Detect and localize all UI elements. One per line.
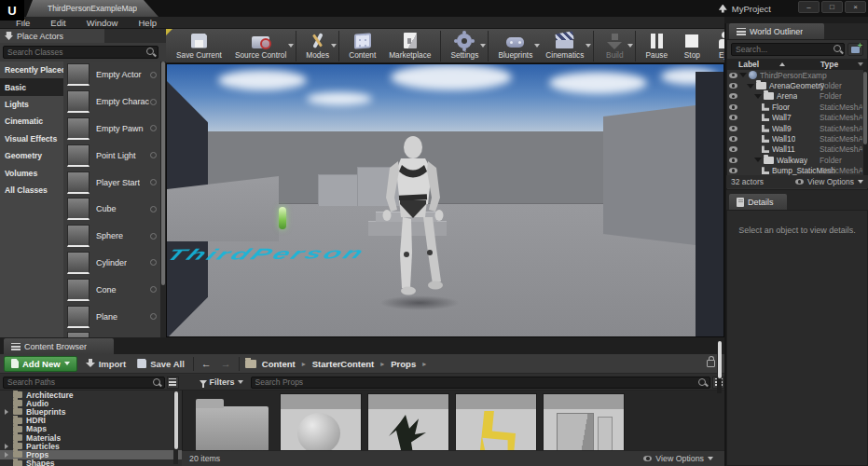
toolbar-button[interactable]: Save Current	[170, 31, 228, 62]
expander-arrow-icon[interactable]	[754, 94, 762, 99]
import-button[interactable]: Import	[83, 359, 130, 369]
search-paths-input[interactable]	[3, 377, 165, 389]
visibility-eye-icon[interactable]	[727, 115, 739, 120]
column-header-label[interactable]: Label	[727, 60, 785, 69]
chevron-down-icon[interactable]	[586, 44, 591, 48]
visibility-eye-icon[interactable]	[727, 126, 739, 131]
window-control-button[interactable]: –	[798, 1, 820, 13]
chevron-down-icon[interactable]	[331, 44, 337, 48]
outliner-create-folder-button[interactable]	[847, 43, 863, 56]
expander-arrow-icon[interactable]	[747, 84, 754, 89]
visibility-eye-icon[interactable]	[727, 104, 739, 110]
outliner-row[interactable]: Walkway Folder	[727, 155, 863, 165]
forward-button[interactable]: →	[219, 358, 233, 369]
window-control-button[interactable]: □	[821, 1, 843, 13]
place-actor-item[interactable]: Plane	[63, 303, 160, 330]
save-all-button[interactable]: Save All	[134, 359, 187, 369]
place-actors-tab[interactable]: Place Actors	[0, 29, 104, 43]
outliner-row[interactable]: ArenaGeometry Folder	[727, 80, 863, 90]
menu-item[interactable]: Help	[128, 18, 167, 28]
toolbar-button[interactable]: Content	[338, 31, 382, 62]
visibility-eye-icon[interactable]	[727, 158, 739, 163]
breadcrumb-item[interactable]: StarterContent	[312, 359, 375, 369]
content-browser-tab[interactable]: Content Browser	[4, 338, 114, 354]
category-item[interactable]: All Classes	[0, 182, 63, 199]
toolbar-button[interactable]: Cinematics	[539, 31, 590, 62]
search-assets-input[interactable]	[251, 377, 711, 389]
menu-item[interactable]: Window	[76, 18, 129, 28]
breadcrumb-separator-icon[interactable]: ▸	[422, 360, 426, 368]
place-actor-item[interactable]: Sphere	[63, 223, 160, 250]
folder-tree-scrollbar[interactable]	[173, 391, 178, 464]
toolbar-button[interactable]: Stop	[674, 31, 710, 62]
drag-handle-icon[interactable]	[150, 286, 157, 293]
outliner-scrollbar[interactable]	[863, 70, 867, 176]
drag-handle-icon[interactable]	[150, 125, 157, 131]
toolbar-button[interactable]: Source Control	[228, 31, 293, 62]
drag-handle-icon[interactable]	[150, 233, 157, 240]
category-item[interactable]: Lights	[0, 96, 63, 113]
visibility-eye-icon[interactable]	[727, 93, 739, 99]
menu-item[interactable]: Edit	[40, 18, 76, 28]
visibility-eye-icon[interactable]	[727, 73, 739, 78]
outliner-row[interactable]: Wall11 StaticMeshActor	[727, 144, 863, 155]
chevron-down-icon[interactable]	[627, 44, 633, 48]
place-actor-item[interactable]: Player Start	[63, 169, 160, 196]
visibility-eye-icon[interactable]	[727, 136, 739, 142]
outliner-row[interactable]: Wall10 StaticMeshActor	[727, 133, 863, 144]
outliner-row[interactable]: Wall7 StaticMeshActor	[727, 113, 863, 123]
toolbar-button[interactable]: Pause	[635, 31, 674, 62]
drag-handle-icon[interactable]	[150, 313, 157, 320]
visibility-eye-icon[interactable]	[727, 168, 739, 173]
category-item[interactable]: Volumes	[0, 164, 63, 181]
asset-tile[interactable]	[543, 393, 625, 450]
visibility-eye-icon[interactable]	[727, 146, 739, 152]
place-actor-item[interactable]: Empty Pawn	[63, 116, 160, 143]
category-item[interactable]: Geometry	[0, 147, 63, 164]
outliner-row[interactable]: Wall9 StaticMeshActor	[727, 123, 863, 133]
back-button[interactable]: ←	[200, 358, 214, 369]
place-actor-item[interactable]: Cone	[63, 276, 160, 303]
outliner-row[interactable]: ThirdPersonExampleWorld	[727, 70, 863, 80]
window-control-button[interactable]: ×	[845, 1, 866, 13]
asset-tile[interactable]	[455, 393, 537, 450]
breadcrumb-separator-icon[interactable]: ▸	[380, 360, 384, 368]
chevron-down-icon[interactable]	[480, 44, 486, 48]
folder-tree-item[interactable]: Shapes	[0, 459, 182, 466]
place-actor-item[interactable]: Empty Actor	[63, 62, 160, 89]
expander-arrow-icon[interactable]	[5, 452, 8, 458]
asset-grid-scrollbar[interactable]	[717, 341, 722, 393]
expander-arrow-icon[interactable]	[739, 73, 747, 77]
expander-arrow-icon[interactable]	[5, 444, 8, 449]
asset-tile[interactable]	[280, 393, 362, 450]
outliner-row[interactable]: Arena Folder	[727, 91, 863, 102]
toolbar-button[interactable]: Modes	[296, 31, 336, 62]
toolbar-button[interactable]: Blueprints	[488, 31, 539, 62]
place-actor-item[interactable]: Cube	[63, 196, 160, 223]
breadcrumb-item[interactable]: Props	[391, 359, 416, 369]
level-viewport[interactable]: ThirdPerson	[166, 63, 724, 337]
outliner-search-input[interactable]	[731, 43, 845, 56]
filters-button[interactable]: Filters	[200, 377, 243, 387]
drag-handle-icon[interactable]	[150, 179, 157, 185]
drag-handle-icon[interactable]	[150, 206, 157, 212]
world-outliner-tab[interactable]: World Outliner	[729, 23, 824, 39]
add-new-button[interactable]: Add New	[4, 356, 77, 372]
breadcrumb-separator-icon[interactable]: ▸	[302, 360, 306, 368]
category-item[interactable]: Visual Effects	[0, 130, 63, 147]
asset-tile[interactable]	[367, 393, 449, 450]
sources-list-toggle-button[interactable]	[167, 377, 179, 389]
scrollbar-thumb[interactable]	[161, 62, 165, 285]
category-item[interactable]: Cinematic	[0, 113, 63, 130]
place-actor-item[interactable]: Empty Charac	[63, 89, 160, 116]
details-tab[interactable]: Details	[729, 194, 787, 210]
place-actor-item[interactable]: Box Trigger	[63, 330, 160, 337]
place-actor-item[interactable]: Cylinder	[63, 250, 160, 277]
column-filter-icon[interactable]	[858, 62, 863, 66]
column-header-type[interactable]: Type	[820, 60, 838, 69]
lock-icon[interactable]	[707, 360, 715, 367]
place-actor-item[interactable]: Point Light	[63, 142, 160, 169]
drag-handle-icon[interactable]	[150, 99, 157, 105]
content-view-options[interactable]: View Options	[643, 454, 713, 463]
toolbar-button[interactable]: Build	[593, 31, 632, 62]
